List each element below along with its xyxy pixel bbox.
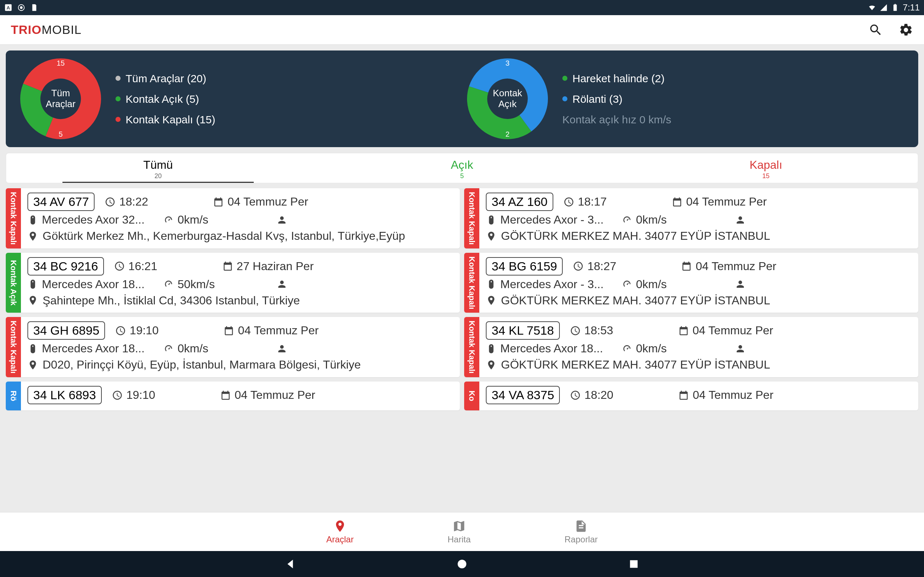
vehicle-list: Kontak Kapalı 34 AV 677 18:22 04 Temmuz …	[6, 188, 918, 410]
plate: 34 LK 6893	[27, 386, 102, 404]
clock-icon	[105, 197, 115, 207]
app-icon-a: A	[4, 3, 12, 11]
donut-badge-top: 15	[57, 59, 65, 68]
nav-map[interactable]: Harita	[447, 519, 471, 545]
back-button[interactable]	[284, 558, 297, 571]
date-value: 27 Haziran Per	[237, 259, 313, 273]
android-nav-bar	[0, 551, 924, 577]
filter-tabs: Tümü 20 Açık 5 Kapalı 15	[6, 153, 918, 183]
vehicle-card[interactable]: Kontak Kapalı 34 AZ 160 18:17 04 Temmuz …	[464, 188, 918, 248]
date-cell: 04 Temmuz Per	[681, 259, 912, 273]
status-strip: Kontak Kapalı	[464, 188, 479, 248]
speed-icon	[163, 279, 174, 290]
address-value: Göktürk Merkez Mh., Kemerburgaz-Hasdal K…	[43, 229, 405, 243]
clock-icon	[570, 325, 581, 336]
vehicle-card[interactable]: Kontak Kapalı 34 GH 6895 19:10 04 Temmuz…	[6, 317, 460, 377]
legend-ignition: Hareket halinde (2) Rölanti (3) Kontak a…	[562, 68, 671, 130]
model-cell: Mercedes Axor 18...	[486, 342, 617, 355]
donut-all-vehicles[interactable]: Tüm Araçlar 15 5 Tüm Araçlar (20) Kontak…	[19, 57, 459, 141]
address-row: GÖKTÜRK MERKEZ MAH. 34077 EYÜP İSTANBUL	[486, 358, 912, 371]
date-cell: 04 Temmuz Per	[220, 388, 453, 402]
model-value: Mercedes Axor - 3...	[500, 278, 604, 291]
date-value: 04 Temmuz Per	[228, 195, 308, 208]
calendar-icon	[220, 390, 231, 401]
user-icon	[735, 343, 746, 354]
donut-ignition-on[interactable]: Kontak Açık 3 2 Hareket halinde (2) Röla…	[465, 57, 905, 141]
date-value: 04 Temmuz Per	[238, 324, 319, 337]
mouse-icon	[486, 279, 497, 290]
nav-reports[interactable]: Raporlar	[564, 519, 598, 545]
home-button[interactable]	[456, 558, 468, 571]
date-cell: 04 Temmuz Per	[678, 324, 912, 337]
speed-icon	[622, 343, 632, 354]
mouse-icon	[486, 214, 497, 226]
speed-cell: 50km/s	[163, 278, 271, 291]
time-cell: 19:10	[115, 324, 223, 337]
speed-cell: 0km/s	[163, 342, 271, 355]
clock-icon	[115, 325, 126, 336]
mouse-icon	[27, 214, 38, 226]
vehicle-card[interactable]: Kontak Kapalı 34 AV 677 18:22 04 Temmuz …	[6, 188, 460, 248]
date-value: 04 Temmuz Per	[696, 259, 776, 273]
date-value: 04 Temmuz Per	[234, 388, 315, 402]
tab-all[interactable]: Tümü 20	[6, 153, 310, 183]
time-value: 18:17	[578, 195, 607, 208]
address-row: D020, Pirinççi Köyü, Eyüp, İstanbul, Mar…	[27, 358, 453, 371]
location-icon	[486, 359, 497, 371]
vehicle-card[interactable]: Kontak Kapalı 34 BG 6159 18:27 04 Temmuz…	[464, 253, 918, 313]
user-icon	[276, 214, 287, 226]
status-strip: Kontak Açık	[6, 253, 21, 313]
calendar-icon	[681, 261, 692, 272]
user-icon	[276, 343, 287, 354]
address-row: Göktürk Merkez Mh., Kemerburgaz-Hasdal K…	[27, 229, 453, 243]
search-icon[interactable]	[868, 23, 883, 37]
donut-badge-bottom: 5	[58, 130, 63, 139]
speed-cell: 0km/s	[622, 213, 730, 226]
user-icon	[735, 279, 746, 290]
location-icon	[27, 295, 38, 306]
svg-rect-11	[630, 561, 638, 568]
tab-closed[interactable]: Kapalı 15	[614, 153, 918, 183]
recents-button[interactable]	[627, 558, 640, 571]
map-icon	[452, 519, 466, 533]
time-cell: 19:10	[112, 388, 220, 402]
wifi-icon	[868, 3, 876, 11]
model-cell: Mercedes Axor 18...	[27, 342, 158, 355]
speed-icon	[622, 214, 632, 226]
cell-signal-icon	[880, 3, 888, 11]
tab-open[interactable]: Açık 5	[310, 153, 614, 183]
mouse-icon	[27, 343, 38, 354]
address-row: GÖKTÜRK MERKEZ MAH. 34077 EYÜP İSTANBUL	[486, 229, 912, 243]
vehicle-card[interactable]: Rö 34 LK 6893 19:10 04 Temmuz Per	[6, 382, 460, 410]
model-cell: Mercedes Axor - 3...	[486, 278, 617, 291]
status-strip: Ko	[464, 382, 479, 410]
recording-icon	[17, 3, 25, 11]
calendar-icon	[213, 197, 224, 207]
time-cell: 18:20	[570, 388, 678, 402]
mouse-icon	[486, 343, 497, 354]
address-value: Şahintepe Mh., İstiklal Cd, 34306 Istanb…	[43, 294, 300, 307]
location-icon	[27, 359, 38, 371]
vehicle-card[interactable]: Kontak Açık 34 BC 9216 16:21 27 Haziran …	[6, 253, 460, 313]
model-cell: Mercedes Axor 32...	[27, 213, 158, 226]
driver-cell	[276, 343, 287, 354]
gear-icon[interactable]	[899, 23, 913, 37]
address-value: GÖKTÜRK MERKEZ MAH. 34077 EYÜP İSTANBUL	[501, 358, 770, 371]
pin-icon	[333, 519, 347, 533]
plate: 34 AV 677	[27, 193, 95, 211]
clock-icon	[564, 197, 574, 207]
model-cell: Mercedes Axor 18...	[27, 278, 158, 291]
nav-vehicles[interactable]: Araçlar	[326, 519, 354, 545]
address-value: GÖKTÜRK MERKEZ MAH. 34077 EYÜP İSTANBUL	[501, 229, 770, 243]
calendar-icon	[222, 261, 233, 272]
vehicle-card[interactable]: Kontak Kapalı 34 KL 7518 18:53 04 Temmuz…	[464, 317, 918, 377]
driver-cell	[276, 214, 287, 226]
calendar-icon	[678, 390, 689, 401]
plate: 34 GH 6895	[27, 321, 105, 340]
time-cell: 18:27	[573, 259, 681, 273]
plate: 34 AZ 160	[486, 193, 553, 211]
plate: 34 KL 7518	[486, 321, 560, 340]
status-strip: Kontak Kapalı	[464, 317, 479, 377]
status-strip: Kontak Kapalı	[6, 317, 21, 377]
vehicle-card[interactable]: Ko 34 VA 8375 18:20 04 Temmuz Per	[464, 382, 918, 410]
